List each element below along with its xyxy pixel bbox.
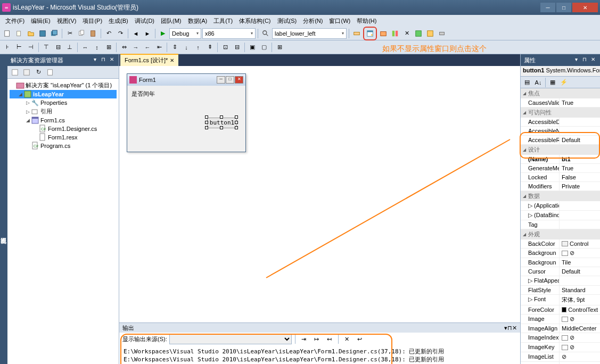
tree-properties-node[interactable]: ▷ 🔧 Properties [10, 98, 117, 107]
prop-row-name[interactable]: (Name)bt1 [521, 155, 600, 164]
prop-row[interactable]: Tag [521, 220, 600, 229]
prop-row[interactable]: ▷ (Application [521, 201, 600, 211]
prop-row[interactable]: Image ⊘ [521, 315, 600, 324]
menu-team[interactable]: 团队(M) [158, 16, 185, 26]
prop-category-accessibility[interactable]: ◢可访问性 [521, 107, 600, 118]
output-wrap-button[interactable]: ↩ [355, 334, 365, 344]
menu-edit[interactable]: 编辑(E) [28, 16, 54, 26]
prop-row[interactable]: AccessibleD [521, 118, 600, 127]
find-button[interactable] [260, 28, 271, 39]
doc-tab-form1[interactable]: Form1.cs [设计]* ✕ [120, 54, 178, 66]
form-maximize-button[interactable]: □ [226, 76, 234, 84]
cut-button[interactable]: ✂ [64, 28, 75, 39]
prop-row[interactable]: ImageAlignMiddleCenter [521, 324, 600, 333]
save-button[interactable] [37, 28, 48, 39]
output-prev-button[interactable]: ↦ [311, 334, 322, 344]
prop-row[interactable]: Backgroun ⊘ [521, 249, 600, 258]
se-refresh-button[interactable]: ↻ [33, 67, 44, 78]
menu-test[interactable]: 测试(S) [274, 16, 300, 26]
toolbar-button-5[interactable] [425, 28, 435, 39]
add-item-button[interactable] [14, 28, 24, 39]
undo-button[interactable]: ↶ [103, 28, 114, 39]
align-bottom-button[interactable]: ⊥ [64, 42, 75, 53]
tree-references-node[interactable]: ▷ 引用 [10, 107, 117, 116]
menu-analyze[interactable]: 分析(N) [300, 16, 326, 26]
prop-category-design[interactable]: ◢设计 [521, 145, 600, 155]
prop-row[interactable]: LockedFalse [521, 173, 600, 182]
close-button[interactable]: ✕ [572, 3, 598, 12]
menu-project[interactable]: 项目(P) [79, 16, 105, 26]
tree-form1-designer-node[interactable]: C# Form1.Designer.cs [10, 125, 117, 133]
align-center-button[interactable]: ⊢ [14, 42, 24, 53]
open-button[interactable] [26, 28, 36, 39]
tree-toggle-icon[interactable]: ◢ [17, 92, 23, 97]
bring-front-button[interactable]: ▣ [247, 42, 258, 53]
props-alpha-button[interactable]: A↓ [533, 77, 544, 88]
platform-select[interactable]: x86 [202, 28, 256, 39]
tree-project-node[interactable]: ◢ isLeapYear [10, 90, 117, 98]
new-project-button[interactable] [2, 28, 13, 39]
props-categorized-button[interactable]: ▤ [522, 77, 532, 88]
menu-view[interactable]: 视图(V) [54, 16, 80, 26]
prop-row[interactable]: ▷ FlatAppeara [521, 276, 600, 286]
doc-tab-close-button[interactable]: ✕ [170, 57, 174, 63]
send-back-button[interactable]: ▢ [259, 42, 269, 53]
copy-button[interactable] [76, 28, 87, 39]
prop-row[interactable]: ImageKey ⊘ [521, 343, 600, 352]
tree-solution-node[interactable]: 解决方案 "isLeapYear" (1 个项目) [10, 81, 117, 90]
redo-button[interactable]: ↷ [115, 28, 126, 39]
selection-handle[interactable] [205, 115, 208, 119]
props-props-button[interactable]: ▦ [547, 77, 558, 88]
menu-data[interactable]: 数据(A) [185, 16, 211, 26]
prop-row[interactable]: GenerateMeTrue [521, 164, 600, 173]
prop-row[interactable]: ImageList⊘ [521, 352, 600, 362]
output-next-button[interactable]: ↤ [324, 334, 335, 344]
form-client-area[interactable]: 是否闰年 button1 [127, 86, 245, 152]
prop-row[interactable]: BackgrounTile [521, 258, 600, 267]
nav-back-button[interactable]: ◄ [130, 28, 141, 39]
menu-debug[interactable]: 调试(D) [131, 16, 158, 26]
vspace-dec-button[interactable]: ↑ [193, 42, 203, 53]
vspace-inc-button[interactable]: ↓ [181, 42, 192, 53]
menu-tools[interactable]: 工具(T) [210, 16, 236, 26]
form-minimize-button[interactable]: ─ [217, 76, 225, 84]
form-close-button[interactable]: ✕ [235, 76, 243, 84]
selection-handle[interactable] [205, 121, 208, 124]
tree-toggle-icon[interactable]: ◢ [24, 118, 31, 123]
selection-handle[interactable] [235, 115, 238, 119]
menu-build[interactable]: 生成(B) [105, 16, 131, 26]
se-viewcode-button[interactable] [45, 67, 55, 78]
output-source-select[interactable] [169, 334, 292, 344]
menu-architecture[interactable]: 体系结构(C) [236, 16, 274, 26]
toolbar-button[interactable] [351, 28, 362, 39]
paste-button[interactable] [88, 28, 98, 39]
tree-toggle-icon[interactable]: ▷ [24, 100, 31, 105]
panel-dropdown-button[interactable]: ▾ [91, 56, 98, 64]
prop-category-data[interactable]: ◢数据 [521, 191, 600, 201]
hspace-remove-button[interactable]: ⇤ [154, 42, 165, 53]
same-size-button[interactable]: ⊞ [103, 42, 114, 53]
output-text[interactable]: E:\Workspaces\Visual Studio 2010\isLeapY… [119, 345, 520, 364]
output-clear-button[interactable]: ✕ [342, 334, 352, 344]
left-dock-tab[interactable]: 资源视图 [0, 54, 7, 364]
toolbar-button-3[interactable]: ✕ [401, 28, 412, 39]
selection-handle[interactable] [235, 126, 238, 129]
properties-window-button[interactable] [365, 28, 375, 39]
menu-file[interactable]: 文件(F) [2, 16, 28, 26]
prop-row[interactable]: AccessibleN [521, 127, 600, 136]
se-properties-button[interactable] [10, 67, 20, 78]
hspace-equal-button[interactable]: ⇔ [119, 42, 129, 53]
menu-help[interactable]: 帮助(H) [354, 16, 380, 26]
panel-close-button[interactable]: ✕ [589, 56, 597, 64]
prop-row[interactable]: FlatStyleStandard [521, 286, 600, 295]
prop-row[interactable]: ▷ (DataBindin [521, 211, 600, 220]
panel-pin-button[interactable]: ⊓ [581, 56, 588, 64]
align-middle-button[interactable]: ⊟ [53, 42, 63, 53]
selection-handle[interactable] [235, 121, 238, 124]
selection-handle[interactable] [220, 126, 223, 129]
se-showall-button[interactable] [21, 67, 32, 78]
panel-close-button[interactable]: ✕ [108, 56, 116, 64]
panel-close-button[interactable]: ✕ [512, 325, 517, 332]
form-designer[interactable]: Form1 ─ □ ✕ 是否闰年 button1 [119, 66, 520, 322]
same-height-button[interactable]: ↕ [92, 42, 102, 53]
